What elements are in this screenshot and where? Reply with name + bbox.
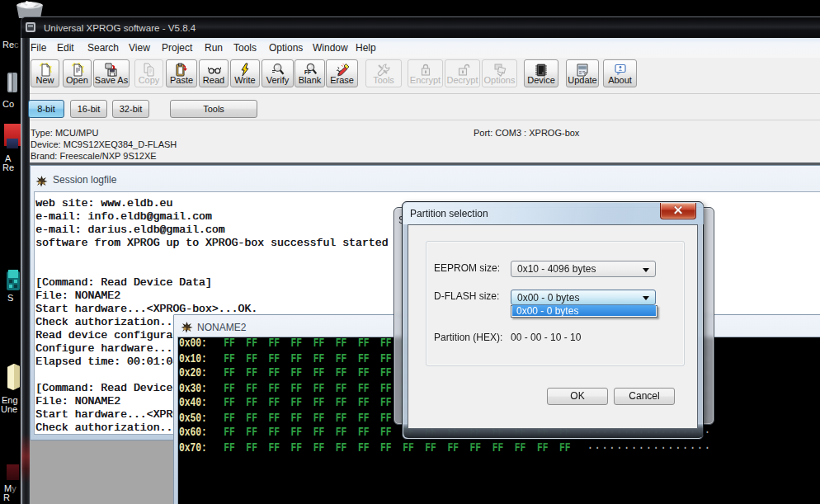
svg-text:FF: FF bbox=[304, 69, 311, 75]
